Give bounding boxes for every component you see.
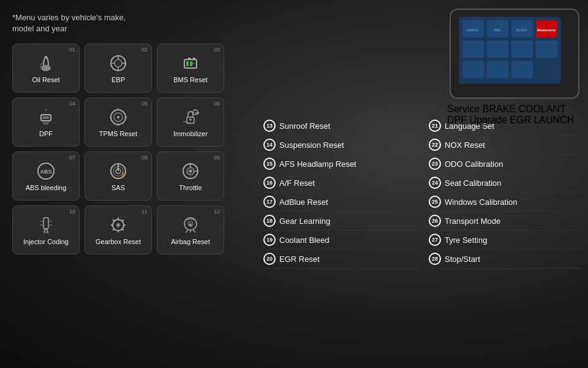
icon-box-injector-coding[interactable]: 10 Injector Coding — [12, 205, 80, 255]
icon-box-gearbox-reset[interactable]: 11 Gearbox Reset — [85, 205, 152, 255]
svg-rect-47 — [487, 61, 508, 78]
list-right: 21 Language Set 22 NOX Reset 23 ODO Cali… — [429, 117, 582, 269]
list-number: 20 — [263, 253, 276, 265]
list-number: 16 — [263, 177, 276, 189]
list-number: 28 — [429, 253, 441, 265]
bms-icon — [179, 52, 202, 74]
list-text: Gear Learning — [279, 217, 330, 226]
svg-text:BMS: BMS — [494, 28, 502, 32]
icon-label: TPMS Reset — [99, 130, 137, 138]
abs-icon: ABS — [35, 160, 57, 182]
list-text: Tyre Setting — [445, 236, 487, 245]
list-item: 17 AdBlue Reset — [263, 193, 417, 212]
list-number: 25 — [429, 196, 441, 208]
svg-point-17 — [189, 118, 192, 121]
list-item: 26 Transport Mode — [429, 212, 582, 231]
list-text: Seat Calibration — [445, 178, 502, 188]
icon-label: Immobilizer — [173, 130, 208, 138]
list-number: 21 — [429, 120, 441, 132]
list-item: 27 Tyre Setting — [429, 231, 582, 250]
injector-icon — [35, 214, 57, 236]
icon-number: 12 — [214, 209, 220, 215]
list-item: 28 Stop/Start — [429, 250, 582, 269]
list-text: Suspension Reset — [279, 140, 344, 150]
list-text: Coolant Bleed — [279, 236, 330, 245]
icon-label: ABS bleeding — [26, 184, 67, 192]
list-text: Transport Mode — [445, 217, 500, 226]
throttle-icon — [179, 160, 202, 182]
icon-box-immobilizer[interactable]: 06 Immobilizer — [157, 98, 224, 147]
svg-text:BL/BSD: BL/BSD — [516, 28, 527, 32]
list-number: 14 — [263, 139, 276, 151]
airbag-icon: ✱ — [179, 214, 202, 236]
icon-number: 01 — [69, 47, 75, 53]
list-number: 19 — [263, 234, 276, 246]
svg-text:AIRBAG: AIRBAG — [467, 28, 479, 32]
list-number: 24 — [429, 177, 441, 189]
list-item: 20 EGR Reset — [263, 250, 417, 269]
list-left: 13 Sunroof Reset 14 Suspension Reset 15 … — [263, 117, 417, 269]
tpms-icon: ! — [107, 106, 129, 128]
list-item: 22 NOX Reset — [429, 136, 582, 155]
icon-number: 08 — [141, 155, 148, 161]
icon-number: 04 — [69, 101, 75, 107]
list-text: A/F Reset — [279, 178, 315, 188]
list-text: ODO Calibration — [445, 159, 503, 169]
icon-number: 06 — [214, 101, 220, 107]
icon-box-bms-reset[interactable]: 03 BMS Reset — [157, 44, 224, 93]
list-text: AFS Headlamp Reset — [279, 159, 356, 169]
list-number: 17 — [263, 196, 276, 208]
svg-text:!: ! — [122, 172, 124, 178]
icon-number: 09 — [214, 155, 220, 161]
icon-box-dpf[interactable]: 04 DPF DPF — [12, 98, 80, 147]
svg-rect-43 — [487, 40, 508, 58]
icon-label: Throttle — [179, 184, 202, 192]
list-item: 13 Sunroof Reset — [263, 117, 417, 136]
icon-box-throttle[interactable]: 09 Throttle — [157, 151, 224, 201]
list-text: NOX Reset — [445, 140, 485, 150]
list-item: 18 Gear Learning — [263, 212, 417, 231]
icon-label: DPF — [39, 130, 53, 138]
gearbox-icon — [107, 214, 129, 236]
icon-box-airbag-reset[interactable]: 12 ✱ Airbag Reset — [157, 205, 224, 255]
subtitle: *Menu varies by vehicle's make, model an… — [12, 12, 248, 34]
list-item: 16 A/F Reset — [263, 174, 417, 193]
svg-point-29 — [47, 232, 49, 234]
title-block: *Menu varies by vehicle's make, model an… — [12, 12, 248, 34]
svg-rect-6 — [193, 58, 195, 59]
dpf-icon: DPF — [35, 106, 57, 128]
list-text: Stop/Start — [445, 255, 480, 264]
svg-point-1 — [45, 56, 47, 58]
svg-rect-8 — [190, 61, 192, 66]
icon-box-oil-reset[interactable]: 01 Oil Reset — [12, 44, 80, 93]
icon-label: Oil Reset — [32, 76, 59, 84]
icon-number: 07 — [69, 155, 75, 161]
list-item: 15 AFS Headlamp Reset — [263, 155, 417, 174]
list-number: 15 — [263, 158, 276, 170]
list-number: 22 — [429, 139, 441, 151]
icon-label: Gearbox Reset — [96, 238, 141, 246]
icon-box-sas[interactable]: 08 ! SAS — [85, 151, 152, 201]
icon-box-ebp[interactable]: 02 EBP — [85, 44, 152, 93]
service-lists: 13 Sunroof Reset 14 Suspension Reset 15 … — [263, 117, 582, 269]
sas-icon: ! — [107, 160, 129, 182]
list-item: 24 Seat Calibration — [429, 174, 582, 193]
icon-box-tpms-reset[interactable]: 05 ! TPMS Reset — [85, 98, 152, 147]
svg-rect-46 — [462, 61, 484, 78]
list-item: 19 Coolant Bleed — [263, 231, 417, 250]
icon-label: Injector Coding — [23, 238, 69, 246]
list-number: 18 — [263, 215, 276, 227]
svg-text:ABS: ABS — [40, 169, 51, 175]
svg-rect-44 — [511, 40, 533, 58]
svg-rect-7 — [186, 61, 189, 66]
icon-box-abs-bleeding[interactable]: 07 ABS ABS bleeding — [12, 151, 80, 201]
list-item: 25 Windows Calibration — [429, 193, 582, 212]
list-number: 26 — [429, 215, 441, 227]
svg-rect-48 — [511, 61, 533, 78]
svg-point-3 — [115, 59, 122, 67]
svg-rect-5 — [188, 58, 190, 59]
svg-point-26 — [189, 170, 192, 172]
device-illustration: AIRBAG BMS BL/BSD MaintenanceService BRA… — [447, 6, 582, 104]
immobilizer-icon — [179, 106, 202, 128]
list-item: 14 Suspension Reset — [263, 136, 417, 155]
